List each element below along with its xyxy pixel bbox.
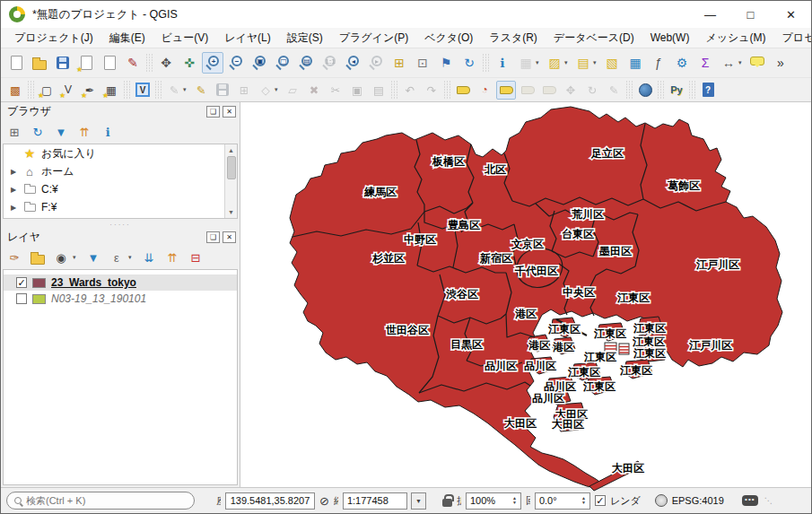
minimize-button[interactable]: — [690,1,730,28]
style-manager-icon[interactable]: ✎ [122,52,144,74]
browser-scrollbar[interactable]: ▲ ▼ [224,144,237,218]
new-project-icon[interactable] [5,52,27,74]
map-tips-icon[interactable] [747,52,768,74]
statistics-summary-icon[interactable]: Σ [694,52,716,74]
browser-item-folder[interactable]: ▶C:¥ [4,180,237,198]
scroll-up-icon[interactable]: ▲ [228,144,234,156]
zoom-to-layer-icon[interactable]: ▤ [295,52,317,74]
filter-by-expression-icon[interactable]: ε [107,248,127,266]
measure-line-icon[interactable]: ↔ [718,52,739,74]
select-features-dropdown-icon[interactable]: ▾ [564,59,572,66]
field-calculator-icon[interactable]: ƒ [648,52,669,74]
scale-input[interactable]: 1:177458 [343,492,407,510]
scroll-down-icon[interactable]: ▼ [228,206,234,218]
select-by-form-dropdown-icon[interactable]: ▾ [593,59,600,66]
layers-close-button[interactable]: ✕ [223,231,236,243]
add-feature-icon[interactable]: ⊞ [234,81,254,100]
resize-grip[interactable]: ⋱ [764,496,773,505]
crs-status[interactable]: EPSG:4019 [672,495,724,506]
expand-all-layers-icon[interactable]: ⇊ [139,248,159,266]
select-features-icon[interactable]: ▨ [544,52,565,74]
zoom-last-icon[interactable]: ◂ [342,52,363,74]
select-by-value-dropdown-icon[interactable]: ▾ [536,59,543,66]
browser-float-button[interactable]: ❏ [206,106,220,118]
render-checkbox[interactable]: ✓ [595,495,606,506]
pin-unpin-labels-icon[interactable] [518,81,537,100]
close-button[interactable]: ✕ [771,1,811,28]
layer-visibility-checkbox[interactable] [16,293,27,304]
change-label-icon[interactable]: ✎ [604,81,624,100]
processing-toolbox-icon[interactable]: ⚙ [671,52,693,74]
menu-11[interactable]: メッシュ(M) [697,28,773,48]
collapse-all-icon[interactable]: ⇈ [74,123,94,141]
menu-5[interactable]: 設定(S) [279,28,331,48]
magnifier-spinner[interactable]: ▲▼ [512,496,517,505]
toggle-editing-icon[interactable]: ✎ [191,81,211,100]
zoom-out-icon[interactable]: − [225,52,247,74]
maximize-button[interactable]: □ [730,1,771,28]
new-spatialite-layer-icon[interactable]: ✒ [80,81,100,100]
python-console-icon[interactable]: Py [667,81,686,100]
select-by-form-icon[interactable]: ▤ [572,52,594,74]
collapse-all-layers-icon[interactable]: ⇈ [162,248,182,266]
toolbar-overflow-icon[interactable]: » [770,52,791,74]
menu-4[interactable]: レイヤ(L) [216,28,279,48]
save-project-icon[interactable] [52,52,74,74]
zoom-next-icon[interactable]: ▸ [365,52,387,74]
deselect-features-icon[interactable]: ▧ [601,52,623,74]
measure-line-dropdown-icon[interactable]: ▾ [738,59,746,66]
menu-3[interactable]: ビュー(V) [153,28,217,48]
rotate-label-icon[interactable]: ↻ [582,81,602,100]
scale-dropdown-icon[interactable]: ▼ [411,492,426,510]
new-virtual-layer-icon[interactable]: V [133,81,153,100]
show-bookmarks-icon[interactable]: ⚑ [435,52,457,74]
add-group-icon[interactable] [28,248,48,266]
filter-browser-icon[interactable]: ▼ [51,123,71,141]
vertex-tool-icon[interactable]: ◇ [256,81,275,100]
messages-icon[interactable]: ••• [742,495,758,506]
layers-list[interactable]: ✓23_Wards_tokyoN03-19_13_190101 [3,269,238,485]
layer-visibility-checkbox[interactable]: ✓ [16,277,27,288]
expand-icon[interactable]: ▶ [9,186,18,194]
layout-manager-icon[interactable] [99,52,120,74]
new-temporary-scratch-layer-icon[interactable]: ▦ [101,81,121,100]
move-label-icon[interactable]: ✥ [561,81,581,100]
current-edits-dropdown-icon[interactable]: ▾ [183,86,190,93]
pan-map-icon[interactable]: ✥ [155,52,177,74]
rotation-spinner[interactable]: ▲▼ [581,496,586,505]
properties-info-icon[interactable]: ℹ [98,123,118,141]
show-hide-labels-icon[interactable] [539,81,559,100]
panel-splitter[interactable]: ····· [1,221,240,228]
vertex-tool-dropdown-icon[interactable]: ▾ [275,86,282,93]
manage-map-themes-dropdown-icon[interactable]: ▾ [73,254,80,261]
help-contents-icon[interactable]: ? [698,81,718,100]
layers-float-button[interactable]: ❏ [206,231,220,243]
manage-map-themes-icon[interactable]: ◉ [51,248,71,266]
select-by-value-icon[interactable]: ▦ [515,52,537,74]
open-project-icon[interactable] [29,52,50,74]
expand-icon[interactable]: ▶ [9,168,18,176]
scale-lock-icon[interactable] [442,499,452,507]
modify-attributes-icon[interactable]: ▱ [283,81,302,100]
layer-diagram-options-icon[interactable]: ◔ [475,81,494,100]
map-canvas[interactable]: 練馬区板橋区北区足立区葛飾区豊島区荒川区中野区文京区台東区墨田区杉並区新宿区千代… [240,102,811,487]
browser-item-home[interactable]: ▶⌂ホーム [4,162,237,180]
browser-close-button[interactable]: ✕ [223,106,236,118]
search-input[interactable]: 検索(Ctrl + K) [6,492,195,510]
layer-row[interactable]: N03-19_13_190101 [4,291,237,307]
scroll-thumb[interactable] [227,156,236,179]
browser-item-folder[interactable]: ▶F:¥ [4,198,237,216]
add-selected-layers-icon[interactable]: ⊞ [4,123,24,141]
menu-1[interactable]: プロジェクト(J) [6,28,101,48]
rotation-input[interactable]: 0.0°▲▼ [535,492,590,510]
copy-features-icon[interactable]: ▣ [347,81,367,100]
menu-2[interactable]: 編集(E) [101,28,153,48]
remove-layer-icon[interactable]: ⊟ [186,248,205,266]
menu-7[interactable]: ベクタ(O) [416,28,481,48]
layer-labeling-options-icon[interactable] [453,81,473,100]
paste-features-icon[interactable]: ▤ [369,81,389,100]
undo-icon[interactable]: ↶ [400,81,420,100]
menu-8[interactable]: ラスタ(R) [481,28,546,48]
open-data-source-manager-icon[interactable]: ▩ [5,81,25,100]
layer-name[interactable]: N03-19_13_190101 [51,292,146,305]
